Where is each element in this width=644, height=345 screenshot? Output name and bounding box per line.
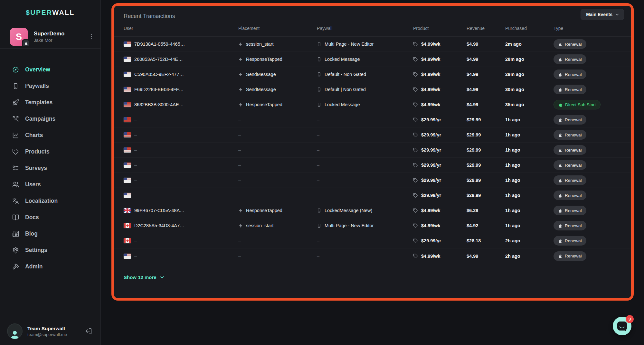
transaction-type-badge: Renewal <box>554 70 586 79</box>
sidebar-item-users[interactable]: Users <box>0 176 100 193</box>
table-row[interactable]: – – – $29.99/yr $29.99 1h ago Renewal <box>114 158 631 173</box>
sidebar-item-localization[interactable]: Localization <box>0 193 100 209</box>
type-cell: Renewal <box>554 85 621 94</box>
transaction-type-badge: Renewal <box>554 130 586 140</box>
sidebar-item-label: Users <box>25 181 41 188</box>
table-row[interactable]: 99FB6707-CD5A-48A… ResponseTapped Locked… <box>114 203 631 218</box>
tag-icon <box>413 87 418 92</box>
paywall-cell: Default | Non Gated <box>317 87 413 92</box>
sidebar-item-paywalls[interactable]: Paywalls <box>0 78 100 94</box>
type-cell: Renewal <box>554 221 621 230</box>
sidebar-item-blog[interactable]: Blog <box>0 226 100 242</box>
table-row[interactable]: – – – $29.99/yr $29.99 1h ago Renewal <box>114 173 631 188</box>
zap-icon <box>238 208 243 213</box>
apple-icon <box>558 193 562 198</box>
sidebar-item-overview[interactable]: Overview <box>0 61 100 78</box>
app-logo[interactable]: $UPERWALL <box>0 0 100 25</box>
superwall-dashboard: $UPERWALL S SuperDemo Jake Mor OverviewP… <box>0 0 644 345</box>
sidebar-item-label: Campaigns <box>25 116 55 122</box>
team-avatar <box>7 323 23 339</box>
table-row[interactable]: – – – $29.99/yr $28.18 2h ago Renewal <box>114 233 631 248</box>
user-cell: – <box>124 178 238 183</box>
country-flag-icon <box>124 163 131 168</box>
tag-icon <box>413 72 418 77</box>
zap-icon <box>238 72 243 77</box>
table-row[interactable]: 260853A5-752D-44E… ResponseTapped Locked… <box>114 52 631 67</box>
sidebar-item-charts[interactable]: Charts <box>0 127 100 144</box>
revenue-cell: $4.92 <box>467 223 505 228</box>
table-row[interactable]: – – – $29.99/yr $29.99 1h ago Renewal <box>114 127 631 143</box>
purchased-cell: 2h ago <box>505 254 554 259</box>
placement-cell: session_start <box>238 42 317 47</box>
type-cell: Renewal <box>554 175 621 185</box>
user-cell: – <box>124 147 238 153</box>
table-row[interactable]: F69D2283-EE04-4FF… SendMessage Default |… <box>114 82 631 97</box>
workspace-switcher[interactable]: S SuperDemo Jake Mor <box>0 25 100 49</box>
paywall-cell: Locked Message <box>317 57 413 62</box>
sidebar-item-templates[interactable]: Templates <box>0 94 100 111</box>
smartphone-icon <box>12 83 19 90</box>
revenue-cell: $4.99 <box>467 57 505 62</box>
revenue-cell: $29.99 <box>467 178 505 183</box>
country-flag-icon <box>124 132 131 137</box>
sidebar-item-products[interactable]: Products <box>0 144 100 160</box>
chat-launcher-button[interactable]: 3 <box>613 317 631 335</box>
column-header-paywall: Paywall <box>317 26 413 31</box>
apple-icon <box>558 103 563 107</box>
user-id: 99FB6707-CD5A-48A… <box>134 208 185 213</box>
user-id: – <box>134 178 137 183</box>
sidebar-item-surveys[interactable]: Surveys <box>0 160 100 176</box>
user-id: F69D2283-EE04-4FF… <box>134 87 184 92</box>
user-cell: – <box>124 117 238 122</box>
table-row[interactable]: – – – $29.99/yr $29.99 1h ago Renewal <box>114 188 631 203</box>
transaction-type-badge: Direct Sub Start <box>554 100 601 109</box>
column-header-type: Type <box>554 26 621 31</box>
product-cell: $29.99/yr <box>413 238 467 243</box>
sidebar-item-campaigns[interactable]: Campaigns <box>0 111 100 127</box>
table-row[interactable]: – – – $29.99/yr $29.99 1h ago Renewal <box>114 112 631 127</box>
placement-cell: – <box>238 117 317 122</box>
table-row[interactable]: 8632BB3B-8000-4AE… ResponseTapped Locked… <box>114 97 631 112</box>
user-cell: 99FB6707-CD5A-48A… <box>124 208 238 213</box>
team-name: Team Superwall <box>27 326 80 331</box>
table-row[interactable]: – – – $29.99/yr $29.99 1h ago Renewal <box>114 143 631 158</box>
column-header-purchased: Purchased <box>505 26 554 31</box>
app-logo-text: $UPERWALL <box>26 9 75 16</box>
table-row[interactable]: 7D9138A1-0559-4465… session_start Multi … <box>114 37 631 52</box>
placement-cell: ResponseTapped <box>238 102 317 107</box>
table-row[interactable]: D2C285A5-34D3-4A7… session_start Multi P… <box>114 218 631 233</box>
revenue-cell: $28.18 <box>467 238 505 243</box>
hammer-icon <box>12 263 19 270</box>
sidebar-item-admin[interactable]: Admin <box>0 258 100 275</box>
country-flag-icon <box>124 72 131 77</box>
purchased-cell: 29m ago <box>505 72 554 77</box>
sidebar-item-settings[interactable]: Settings <box>0 242 100 258</box>
sidebar-item-label: Localization <box>25 198 58 204</box>
purchased-cell: 1h ago <box>505 178 554 183</box>
apple-icon <box>558 239 562 243</box>
kebab-menu-icon[interactable] <box>90 33 94 41</box>
sidebar-item-docs[interactable]: Docs <box>0 209 100 226</box>
product-cell: $29.99/yr <box>413 178 467 183</box>
sidebar: $UPERWALL S SuperDemo Jake Mor OverviewP… <box>0 0 101 345</box>
main-events-dropdown[interactable]: Main Events <box>581 9 624 20</box>
workspace-owner: Jake Mor <box>34 38 84 43</box>
languages-icon <box>12 198 19 205</box>
apple-icon <box>558 254 562 258</box>
purchased-cell: 35m ago <box>505 102 554 107</box>
sidebar-item-label: Templates <box>25 99 52 106</box>
apple-icon <box>558 118 562 122</box>
user-cell: F69D2283-EE04-4FF… <box>124 87 238 92</box>
user-id: – <box>134 254 137 259</box>
table-row[interactable]: – – – $4.99/wk $4.99 2h ago Renewal <box>114 248 631 264</box>
tag-icon <box>413 42 418 47</box>
user-id: – <box>134 238 137 243</box>
team-info: Team Superwall team@superwall.me <box>27 326 80 337</box>
placement-cell: session_start <box>238 223 317 228</box>
show-more-button[interactable]: Show 12 more <box>114 269 175 285</box>
phone-icon <box>317 42 321 47</box>
logout-icon[interactable] <box>85 328 92 335</box>
table-row[interactable]: C590A05C-9EF2-477… SendMessage Default -… <box>114 67 631 82</box>
tag-icon <box>413 163 418 168</box>
placement-cell: SendMessage <box>238 87 317 92</box>
